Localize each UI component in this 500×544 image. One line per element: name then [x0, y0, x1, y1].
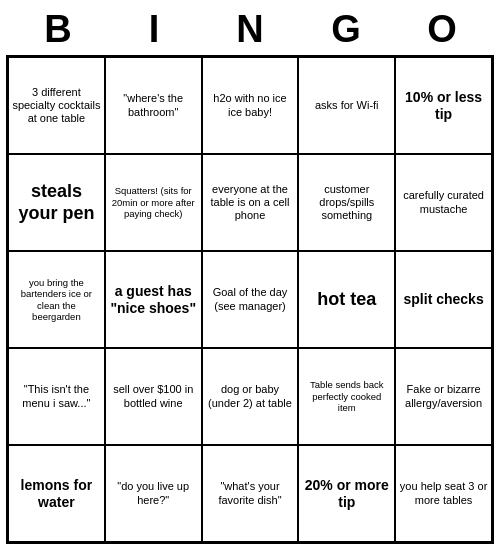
- bingo-cell[interactable]: 10% or less tip: [395, 57, 492, 154]
- bingo-grid: 3 different specialty cocktails at one t…: [6, 55, 494, 544]
- bingo-cell[interactable]: "what's your favorite dish": [202, 445, 299, 542]
- bingo-cell[interactable]: customer drops/spills something: [298, 154, 395, 251]
- bingo-cell[interactable]: carefully curated mustache: [395, 154, 492, 251]
- bingo-cell[interactable]: you bring the bartenders ice or clean th…: [8, 251, 105, 348]
- bingo-cell[interactable]: 3 different specialty cocktails at one t…: [8, 57, 105, 154]
- title-g: G: [306, 8, 386, 51]
- bingo-cell[interactable]: you help seat 3 or more tables: [395, 445, 492, 542]
- bingo-cell[interactable]: Fake or bizarre allergy/aversion: [395, 348, 492, 445]
- bingo-cell[interactable]: Goal of the day (see manager): [202, 251, 299, 348]
- bingo-cell[interactable]: steals your pen: [8, 154, 105, 251]
- bingo-cell[interactable]: dog or baby (under 2) at table: [202, 348, 299, 445]
- bingo-cell[interactable]: "This isn't the menu i saw...": [8, 348, 105, 445]
- bingo-title: B I N G O: [10, 0, 490, 55]
- bingo-cell[interactable]: split checks: [395, 251, 492, 348]
- bingo-cell[interactable]: h2o with no ice ice baby!: [202, 57, 299, 154]
- bingo-cell[interactable]: sell over $100 in bottled wine: [105, 348, 202, 445]
- title-i: I: [114, 8, 194, 51]
- title-o: O: [402, 8, 482, 51]
- bingo-cell[interactable]: Table sends back perfectly cooked item: [298, 348, 395, 445]
- bingo-cell[interactable]: "where's the bathroom": [105, 57, 202, 154]
- bingo-cell[interactable]: "do you live up here?": [105, 445, 202, 542]
- bingo-cell[interactable]: a guest has "nice shoes": [105, 251, 202, 348]
- bingo-cell[interactable]: hot tea: [298, 251, 395, 348]
- bingo-cell[interactable]: Squatters! (sits for 20min or more after…: [105, 154, 202, 251]
- bingo-cell[interactable]: 20% or more tip: [298, 445, 395, 542]
- title-b: B: [18, 8, 98, 51]
- bingo-cell[interactable]: everyone at the table is on a cell phone: [202, 154, 299, 251]
- bingo-cell[interactable]: lemons for water: [8, 445, 105, 542]
- bingo-cell[interactable]: asks for Wi-fi: [298, 57, 395, 154]
- title-n: N: [210, 8, 290, 51]
